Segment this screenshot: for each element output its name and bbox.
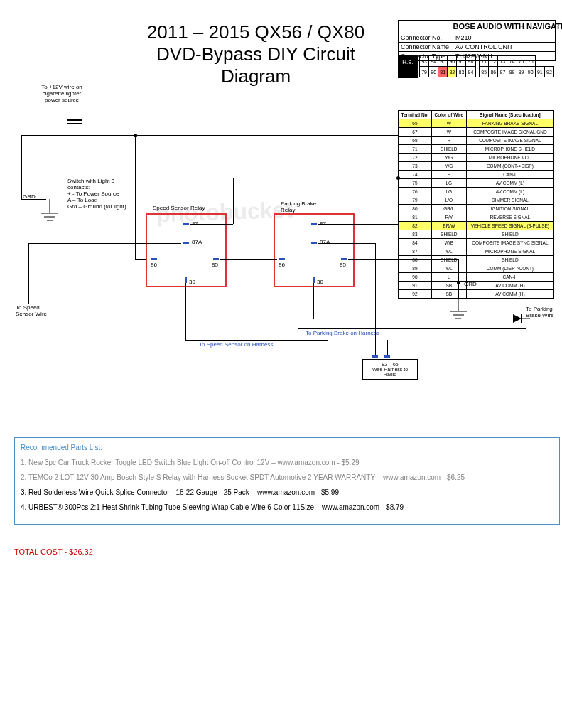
pin-cell: 85 (480, 67, 489, 77)
pin-cell: 92 (544, 67, 553, 77)
sig-cell: CAN-L (466, 171, 553, 179)
junction-node (396, 176, 400, 180)
pin-cell: 73 (498, 56, 507, 67)
sig-cell: AV COMM (L) (466, 188, 553, 196)
relay-pin (213, 258, 219, 260)
parts-item: 3. Red Solderless Wire Quick Splice Conn… (21, 488, 553, 496)
sig-cell: LG (431, 188, 466, 196)
harness-pin-b: 65 (393, 362, 399, 367)
wire (185, 340, 328, 341)
wire (28, 243, 181, 244)
hs-text: H.S. (402, 59, 414, 65)
sig-cell: 89 (399, 264, 432, 273)
sig-cell: L/O (431, 196, 466, 205)
conn-name-label: Connector Name (399, 43, 453, 51)
sig-cell: 82 (399, 222, 432, 230)
sig-cell: 79 (399, 196, 432, 205)
pin-cell: 93 (420, 56, 429, 67)
cap-plate (67, 119, 82, 121)
sig-header: Terminal No. (399, 111, 432, 119)
pin-cell: 82 (448, 67, 457, 77)
sig-cell: 92 (399, 290, 432, 299)
sig-cell: 91 (399, 282, 432, 290)
wire (348, 259, 458, 260)
parts-item: 4. URBEST® 300Pcs 2:1 Heat Shrink Tubing… (21, 503, 553, 511)
pin-cell: 90 (526, 67, 535, 77)
wire (318, 224, 398, 225)
pin-cell: 86 (489, 67, 498, 77)
relay2-label: Parking Brake Relay (281, 200, 330, 213)
connector-heading: BOSE AUDIO WITH NAVIGATION (399, 21, 562, 33)
pin-label: 85 (212, 262, 218, 268)
sig-cell: SHIELD (431, 230, 466, 239)
junction-node (134, 134, 137, 137)
sig-cell: SHIELD (466, 230, 553, 239)
wire (135, 135, 136, 259)
sig-cell: COMPOSITE IMAGE SIGNAL (466, 136, 553, 145)
sig-cell: COMM (DISP->CONT) (466, 264, 553, 273)
sig-cell: Y/G (431, 162, 466, 171)
sig-cell: W (431, 128, 466, 136)
wire (21, 135, 398, 136)
sig-cell: MICROPHONE VCC (466, 154, 553, 162)
pin-cell: 74 (507, 56, 517, 67)
signal-table: Terminal No.Color of WireSignal Name [Sp… (398, 110, 554, 299)
wire (529, 318, 547, 319)
pin-cell: 83 (457, 67, 466, 77)
pin-label: 87A (192, 239, 202, 245)
wire (21, 135, 22, 199)
pin-cell: 94 (429, 56, 438, 67)
sig-cell: 65 (399, 119, 432, 128)
sig-cell: R/Y (431, 213, 466, 222)
relay-pin (151, 258, 157, 260)
junction-node (457, 281, 460, 284)
relay-pin (313, 277, 315, 283)
sig-header: Signal Name [Specification] (466, 111, 553, 119)
sig-cell: SHIELD (431, 145, 466, 154)
wire (233, 178, 234, 224)
sig-cell: L (431, 273, 466, 282)
diagram-title: 2011 – 2015 QX56 / QX80 DVD-Bypass DIY C… (142, 21, 369, 88)
sig-cell: VEHICLE SPEED SIGNAL (8-PULSE) (466, 222, 553, 230)
wire (458, 259, 459, 299)
wire (233, 178, 398, 178)
sig-cell: 71 (399, 145, 432, 154)
wire (375, 328, 376, 357)
wire (135, 259, 146, 260)
sig-cell: Y/G (431, 154, 466, 162)
wire (387, 340, 388, 357)
wire (298, 328, 526, 329)
sig-cell: Y/L (431, 264, 466, 273)
sig-cell: 81 (399, 213, 432, 222)
pin-cell: 72 (489, 56, 498, 67)
sig-cell: BR/W (431, 222, 466, 230)
wire (190, 224, 233, 225)
to-speed-label: To Speed Sensor Wire (16, 304, 51, 317)
wire (318, 243, 375, 244)
harness-pin-a: 82 (382, 362, 387, 367)
sig-cell: SHIELD (466, 256, 553, 264)
sig-cell: W/B (431, 239, 466, 247)
pin-cell: 95 (438, 56, 448, 67)
sig-cell: LG (431, 179, 466, 188)
to-pb-harness-label: To Parking Brake on Harness (306, 330, 379, 336)
relay-pin (311, 223, 317, 225)
conn-name-value: AV CONTROL UNIT (453, 43, 555, 51)
sig-cell: SB (431, 282, 466, 290)
parts-header: Recommended Parts List: (21, 444, 553, 451)
harness-caption: Wire Harness to Radio (372, 367, 408, 377)
sig-cell: 87 (399, 247, 432, 256)
switch-label: Switch with Light 3 contacts: + - To Pow… (67, 178, 131, 210)
sig-header: Color of Wire (431, 111, 466, 119)
relay-pin (311, 242, 317, 244)
relay-pin (279, 258, 285, 260)
sig-cell: SB (431, 290, 466, 299)
pin-cell: 98 (466, 56, 475, 67)
wire (75, 107, 75, 119)
sig-cell: MICROPHONE SIGNAL (466, 247, 553, 256)
connector-pin (384, 355, 390, 358)
sig-cell: P (431, 171, 466, 179)
pin-label: 30 (189, 279, 195, 285)
svg-marker-8 (513, 314, 522, 323)
power-source-label: To +12V wire on cigarette lighter power … (37, 84, 87, 103)
